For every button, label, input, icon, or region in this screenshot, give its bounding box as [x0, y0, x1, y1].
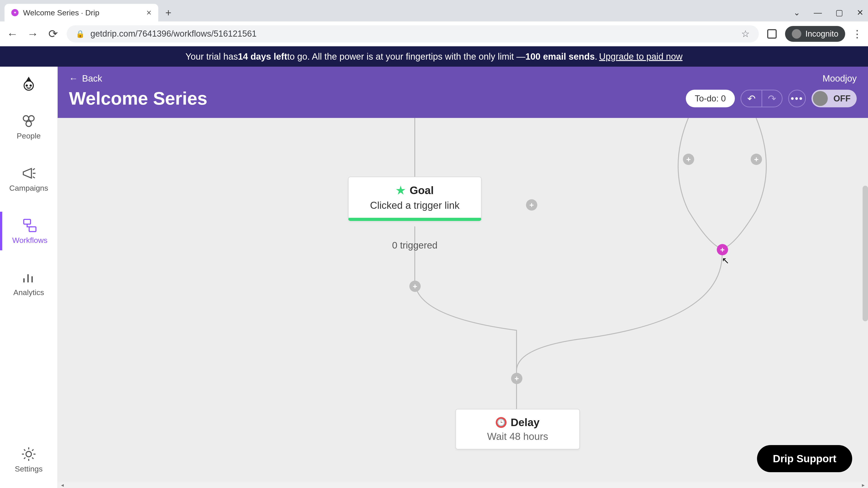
sidebar: People Campaigns Workflows Analytics Set… [0, 67, 58, 488]
drip-favicon-icon [11, 9, 19, 16]
sidebar-label: Analytics [13, 288, 44, 297]
goal-node[interactable]: ★ Goal Clicked a trigger link [348, 177, 482, 221]
sidebar-item-workflows[interactable]: Workflows [0, 212, 57, 250]
svg-point-2 [26, 85, 27, 86]
tab-title: Welcome Series · Drip [23, 8, 142, 17]
undo-redo-group: ↶ ↷ [741, 90, 782, 107]
goal-subtitle: Clicked a trigger link [355, 200, 474, 211]
upgrade-link[interactable]: Upgrade to paid now [599, 52, 682, 62]
redo-button[interactable]: ↷ [762, 90, 782, 107]
todo-chip[interactable]: To-do: 0 [686, 90, 735, 107]
back-label: Back [82, 73, 102, 84]
window-controls: ⌄ ― ▢ ✕ [794, 4, 864, 22]
delay-node[interactable]: 🕒 Delay Wait 48 hours [456, 409, 580, 449]
svg-point-9 [26, 451, 31, 457]
add-step-button-active[interactable]: + [717, 244, 728, 255]
reload-icon[interactable]: ⟳ [46, 27, 60, 40]
new-tab-button[interactable]: + [160, 5, 176, 21]
trial-days-left: 14 days left [238, 52, 287, 62]
workspace-name[interactable]: Moodjoy [823, 73, 857, 84]
people-icon [21, 113, 37, 129]
delay-subtitle: Wait 48 hours [463, 431, 572, 442]
sidebar-item-people[interactable]: People [0, 107, 57, 146]
tab-bar: Welcome Series · Drip × + ⌄ ― ▢ ✕ [0, 0, 868, 22]
workflow-header: ← Back Moodjoy Welcome Series To-do: 0 ↶… [58, 67, 868, 118]
sidebar-item-campaigns[interactable]: Campaigns [0, 160, 57, 198]
sidebar-label: Settings [15, 464, 43, 473]
cursor-icon: ↖ [722, 255, 730, 266]
incognito-chip[interactable]: Incognito [785, 26, 845, 42]
sidebar-label: People [17, 131, 41, 140]
url-field[interactable]: 🔒 getdrip.com/7641396/workflows/51612156… [67, 25, 759, 42]
add-step-button[interactable]: + [683, 154, 694, 165]
add-step-button[interactable]: + [409, 281, 421, 292]
horizontal-scrollbar[interactable]: ◂▸ [58, 482, 868, 488]
address-bar: ← → ⟳ 🔒 getdrip.com/7641396/workflows/51… [0, 22, 868, 46]
add-step-button[interactable]: + [526, 199, 537, 210]
extensions-icon[interactable] [766, 28, 778, 40]
goal-title: Goal [410, 184, 434, 197]
svg-point-4 [23, 116, 29, 121]
sidebar-item-analytics[interactable]: Analytics [0, 264, 57, 302]
clock-icon: 🕒 [496, 417, 506, 428]
trial-text-prefix: Your trial has [186, 52, 238, 62]
incognito-icon [792, 29, 801, 39]
workflow-toggle[interactable]: OFF [811, 90, 857, 107]
lock-icon: 🔒 [76, 30, 85, 38]
trial-text-mid: to go. All the power is at your fingerti… [287, 52, 525, 62]
sidebar-item-settings[interactable]: Settings [0, 440, 57, 479]
support-button[interactable]: Drip Support [757, 445, 852, 472]
tabs-dropdown-icon[interactable]: ⌄ [794, 8, 800, 18]
gear-icon [21, 446, 37, 462]
svg-point-1 [24, 81, 33, 90]
vertical-scrollbar[interactable] [863, 186, 868, 321]
workflow-canvas[interactable]: ★ Goal Clicked a trigger link 0 triggere… [58, 118, 868, 488]
svg-point-3 [30, 85, 31, 86]
trial-banner: Your trial has 14 days left to go. All t… [0, 46, 868, 67]
header-actions: To-do: 0 ↶ ↷ ••• OFF [686, 90, 857, 107]
delay-title: Delay [510, 416, 539, 429]
svg-rect-7 [24, 219, 31, 224]
add-step-button[interactable]: + [511, 373, 522, 384]
svg-rect-0 [768, 30, 776, 38]
tab-close-icon[interactable]: × [147, 8, 151, 17]
browser-tab[interactable]: Welcome Series · Drip × [4, 4, 158, 22]
analytics-icon [21, 269, 37, 286]
close-window-icon[interactable]: ✕ [857, 8, 864, 18]
maximize-icon[interactable]: ▢ [835, 8, 843, 18]
toggle-label: OFF [833, 94, 850, 103]
incognito-label: Incognito [805, 29, 838, 39]
megaphone-icon [21, 165, 37, 182]
drip-logo-icon[interactable] [19, 73, 39, 94]
trial-send-limit: 100 email sends [525, 52, 595, 62]
svg-point-5 [29, 116, 34, 121]
browser-chrome: Welcome Series · Drip × + ⌄ ― ▢ ✕ ← → ⟳ … [0, 0, 868, 46]
main-area: ← Back Moodjoy Welcome Series To-do: 0 ↶… [58, 67, 868, 488]
workflow-title: Welcome Series [69, 88, 207, 109]
back-button[interactable]: ← Back [69, 73, 102, 84]
app-shell: People Campaigns Workflows Analytics Set… [0, 67, 868, 488]
workflows-icon [22, 217, 38, 234]
add-step-button[interactable]: + [751, 154, 762, 165]
sidebar-label: Campaigns [9, 184, 48, 193]
trial-text-suffix: . [595, 52, 597, 62]
toggle-knob [813, 91, 828, 106]
bookmark-star-icon[interactable]: ☆ [741, 28, 750, 39]
back-icon[interactable]: ← [6, 27, 19, 40]
forward-icon[interactable]: → [26, 27, 39, 40]
undo-button[interactable]: ↶ [741, 90, 762, 107]
url-text: getdrip.com/7641396/workflows/516121561 [90, 29, 256, 39]
star-icon: ★ [396, 184, 405, 197]
arrow-left-icon: ← [69, 73, 78, 84]
goal-triggered-count: 0 triggered [392, 240, 438, 251]
sidebar-label: Workflows [12, 236, 48, 245]
svg-point-6 [26, 121, 31, 127]
more-menu-button[interactable]: ••• [788, 90, 806, 107]
svg-rect-8 [29, 227, 36, 232]
browser-menu-icon[interactable]: ⋮ [852, 28, 862, 40]
minimize-icon[interactable]: ― [814, 8, 822, 18]
